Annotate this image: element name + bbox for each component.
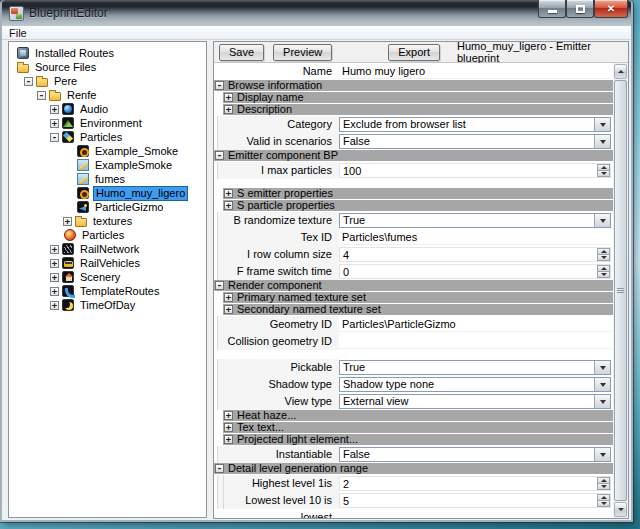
spinner-up-button[interactable]: [597, 477, 610, 484]
tree-item-particles[interactable]: -Particles: [9, 130, 206, 144]
section-header-projected-light-element[interactable]: +Projected light element...: [223, 434, 613, 445]
tree-item-environment[interactable]: +Environment: [9, 116, 206, 130]
dropdown-button[interactable]: [594, 118, 610, 131]
tree-item-fumes[interactable]: fumes: [9, 172, 206, 186]
section-header-description[interactable]: +Description: [223, 104, 613, 115]
tree-expander-icon[interactable]: +: [50, 119, 59, 128]
scroll-down-button[interactable]: [614, 502, 627, 517]
tree-expander-icon[interactable]: -: [24, 77, 33, 86]
tree-expander-icon[interactable]: +: [50, 259, 59, 268]
shadow-type-dropdown[interactable]: Shadow type none: [339, 377, 611, 392]
tree-item-templateroutes[interactable]: +TemplateRoutes: [9, 284, 206, 298]
maximize-button[interactable]: [566, 0, 594, 18]
export-button[interactable]: Export: [388, 44, 440, 61]
section-expander-icon[interactable]: +: [224, 201, 233, 210]
tree-item-timeofday[interactable]: +TimeOfDay: [9, 298, 206, 312]
tree-expander-icon[interactable]: +: [50, 273, 59, 282]
tree-expander-icon[interactable]: -: [50, 133, 59, 142]
i-row-column-size-spinner[interactable]: 4: [339, 247, 611, 262]
tree-item-railnetwork[interactable]: +RailNetwork: [9, 242, 206, 256]
dropdown-button[interactable]: [594, 135, 610, 148]
section-header-render-component[interactable]: -Render component: [214, 280, 613, 291]
tree-expander-icon[interactable]: +: [63, 217, 72, 226]
dropdown-button[interactable]: [594, 361, 610, 374]
dropdown-button[interactable]: [594, 378, 610, 391]
section-header-primary-named-texture-set[interactable]: +Primary named texture set: [223, 292, 613, 303]
dropdown-button[interactable]: [594, 214, 610, 227]
preview-button[interactable]: Preview: [273, 44, 332, 61]
valid-in-scenarios-dropdown[interactable]: False: [339, 134, 611, 149]
dropdown-button[interactable]: [594, 395, 610, 408]
spinner-up-button[interactable]: [597, 164, 610, 171]
spinner-up-button[interactable]: [597, 248, 610, 255]
category-dropdown[interactable]: Exclude from browser list: [339, 117, 611, 132]
name-input[interactable]: Humo muy ligero: [339, 64, 611, 79]
menu-file[interactable]: File: [2, 26, 34, 40]
section-expander-icon[interactable]: -: [215, 151, 224, 160]
collision-geometry-id-input[interactable]: [339, 334, 611, 349]
section-expander-icon[interactable]: +: [224, 435, 233, 444]
dropdown-button[interactable]: [594, 448, 610, 461]
section-expander-icon[interactable]: +: [224, 293, 233, 302]
section-header-emitter-component-bp[interactable]: -Emitter component BP: [214, 150, 613, 161]
section-expander-icon[interactable]: +: [224, 411, 233, 420]
tree-expander-icon[interactable]: +: [50, 245, 59, 254]
section-header-detail-level-generation-range[interactable]: -Detail level generation range: [214, 463, 613, 474]
tree-item-installed-routes[interactable]: Installed Routes: [9, 46, 206, 60]
spinner-down-button[interactable]: [597, 484, 610, 490]
view-type-dropdown[interactable]: External view: [339, 394, 611, 409]
pickable-dropdown[interactable]: True: [339, 360, 611, 375]
section-header-tex-text[interactable]: +Tex text...: [223, 422, 613, 433]
save-button[interactable]: Save: [219, 44, 264, 61]
tree-item-textures[interactable]: +textures: [9, 214, 206, 228]
spinner-down-button[interactable]: [597, 255, 610, 261]
b-randomize-texture-dropdown[interactable]: True: [339, 213, 611, 228]
section-header-s-emitter-properties[interactable]: +S emitter properties: [223, 188, 613, 199]
tree-item-particles[interactable]: Particles: [9, 228, 206, 242]
tree-item-scenery[interactable]: +Scenery: [9, 270, 206, 284]
tree-expander-icon[interactable]: +: [50, 105, 59, 114]
section-expander-icon[interactable]: -: [215, 81, 224, 90]
scroll-up-button[interactable]: [614, 64, 627, 79]
lowest-level-10-is-lowest-spinner[interactable]: 5: [339, 493, 611, 508]
i-max-particles-spinner[interactable]: 100: [339, 163, 611, 178]
section-header-heat-haze[interactable]: +Heat haze...: [223, 410, 613, 421]
titlebar[interactable]: BlueprintEditor ✕: [2, 0, 631, 26]
instantiable-dropdown[interactable]: False: [339, 447, 611, 462]
tree-expander-icon[interactable]: -: [37, 91, 46, 100]
tree-item-example-smoke[interactable]: Example_Smoke: [9, 144, 206, 158]
section-expander-icon[interactable]: +: [224, 105, 233, 114]
section-header-secondary-named-texture-set[interactable]: +Secondary named texture set: [223, 304, 613, 315]
section-header-browse-information[interactable]: -Browse information: [214, 80, 613, 91]
section-expander-icon[interactable]: +: [224, 423, 233, 432]
tree-item-audio[interactable]: +Audio: [9, 102, 206, 116]
highest-level-1is-highest-spinner[interactable]: 2: [339, 476, 611, 491]
close-button[interactable]: ✕: [594, 0, 628, 18]
tree-item-examplesmoke[interactable]: ExampleSmoke: [9, 158, 206, 172]
geometry-id-input[interactable]: Particles\ParticleGizmo: [339, 317, 611, 332]
spinner-down-button[interactable]: [597, 501, 610, 507]
section-expander-icon[interactable]: -: [215, 281, 224, 290]
tree-item-renfe[interactable]: -Renfe: [9, 88, 206, 102]
tree-item-source-files[interactable]: Source Files: [9, 60, 206, 74]
spinner-down-button[interactable]: [597, 272, 610, 278]
section-expander-icon[interactable]: -: [215, 464, 224, 473]
section-expander-icon[interactable]: +: [224, 305, 233, 314]
tree-expander-icon[interactable]: +: [50, 301, 59, 310]
section-header-s-particle-properties[interactable]: +S particle properties: [223, 200, 613, 211]
scrollbar-thumb[interactable]: [614, 80, 627, 501]
spinner-down-button[interactable]: [597, 171, 610, 177]
tex-id-input[interactable]: Particles\fumes: [339, 230, 611, 245]
tree-item-railvehicles[interactable]: +RailVehicles: [9, 256, 206, 270]
minimize-button[interactable]: [538, 0, 566, 18]
tree-expander-icon[interactable]: +: [50, 287, 59, 296]
section-expander-icon[interactable]: +: [224, 189, 233, 198]
tree-item-particlegizmo[interactable]: ParticleGizmo: [9, 200, 206, 214]
section-expander-icon[interactable]: +: [224, 93, 233, 102]
tree-item-pere[interactable]: -Pere: [9, 74, 206, 88]
spinner-up-button[interactable]: [597, 265, 610, 272]
section-header-display-name[interactable]: +Display name: [223, 92, 613, 103]
tree-item-humo-muy-ligero[interactable]: Humo_muy_ligero: [9, 186, 206, 200]
properties-scrollbar[interactable]: [613, 63, 628, 518]
f-frame-switch-time-spinner[interactable]: 0: [339, 264, 611, 279]
